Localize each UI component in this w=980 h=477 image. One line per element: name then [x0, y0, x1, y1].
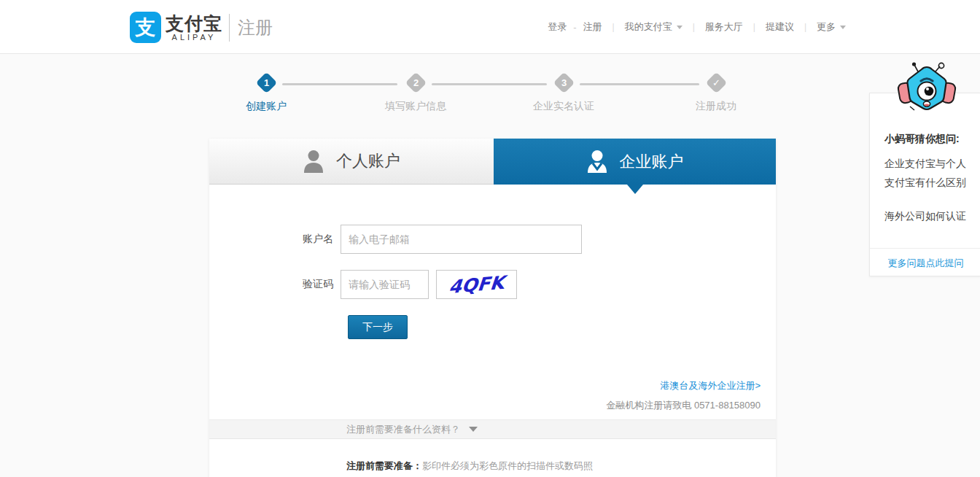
header: 支 支付宝 ALIPAY 注册 登录 - 注册 | 我的支付宝 | 服务大厅 |…	[0, 0, 980, 54]
captcha-text: 4QFK	[448, 271, 505, 297]
alipay-logo[interactable]: 支 支付宝 ALIPAY 注册	[130, 12, 273, 43]
brand-text: 支付宝 ALIPAY	[166, 14, 222, 42]
nav-separator: |	[753, 22, 755, 32]
step-3-marker: 3	[553, 72, 575, 94]
prep-question: 注册前需要准备什么资料？	[346, 423, 460, 436]
nav-separator: |	[804, 22, 806, 32]
step-label: 创建账户	[222, 100, 310, 113]
top-nav: 登录 - 注册 | 我的支付宝 | 服务大厅 | 提建议 | 更多	[548, 0, 846, 54]
prep-materials-toggle[interactable]: 注册前需要准备什么资料？	[209, 419, 776, 439]
finance-contact-note: 金融机构注册请致电 0571-88158090	[606, 399, 761, 412]
step-fill-info: 2 填写账户信息	[372, 73, 459, 113]
person-icon	[303, 150, 324, 174]
page-title: 注册	[238, 16, 273, 39]
helper-question-overseas[interactable]: 海外公司如何认证	[884, 206, 972, 225]
nav-register[interactable]: 注册	[583, 20, 602, 34]
brand-subtitle: ALIPAY	[166, 33, 222, 42]
step-success: ✓ 注册成功	[672, 73, 760, 113]
helper-more-link[interactable]: 更多问题点此提问	[870, 257, 980, 270]
nav-suggestion[interactable]: 提建议	[766, 20, 794, 34]
captcha-row: 验证码 4QFK	[209, 270, 517, 299]
nav-dash: -	[573, 22, 576, 33]
tab-label: 企业账户	[620, 151, 684, 173]
alipay-logo-icon: 支	[130, 12, 161, 43]
helper-divider	[870, 248, 980, 249]
step-label: 注册成功	[672, 100, 760, 113]
progress-steps: 1 创建账户 2 填写账户信息 3 企业实名认证 ✓ 注册成功	[209, 73, 776, 120]
next-step-button[interactable]: 下一步	[348, 315, 408, 339]
register-panel: 个人账户 企业账户 账户名 验证码 4QFK 下一步 港澳台及海外企业注册> 金…	[209, 139, 776, 477]
nav-separator: |	[612, 22, 615, 32]
helper-question-difference[interactable]: 企业支付宝与个人支付宝有什么区别	[884, 154, 972, 192]
tab-enterprise-account[interactable]: 企业账户	[494, 139, 776, 185]
step-1-marker: 1	[255, 72, 277, 94]
helper-title: 小蚂哥猜你想问:	[884, 133, 960, 146]
account-row: 账户名	[209, 225, 582, 254]
tab-personal-account[interactable]: 个人账户	[209, 139, 494, 185]
mascot-robot-icon	[897, 61, 957, 124]
account-input[interactable]	[341, 225, 582, 254]
step-verify-enterprise: 3 企业实名认证	[520, 73, 607, 113]
account-label: 账户名	[209, 233, 341, 246]
chevron-down-icon	[840, 26, 846, 29]
nav-my-alipay[interactable]: 我的支付宝	[625, 20, 672, 34]
triangle-down-icon	[469, 427, 478, 432]
check-icon: ✓	[705, 72, 727, 94]
step-label: 填写账户信息	[372, 100, 459, 113]
captcha-input[interactable]	[341, 270, 429, 299]
nav-separator: |	[693, 22, 695, 32]
nav-service-hall[interactable]: 服务大厅	[705, 20, 743, 34]
step-2-marker: 2	[405, 72, 427, 94]
captcha-image[interactable]: 4QFK	[436, 270, 517, 299]
prep-note-label: 注册前需要准备：	[346, 460, 422, 471]
active-tab-pointer	[627, 185, 643, 194]
prep-note-text: 影印件必须为彩色原件的扫描件或数码照	[422, 460, 593, 471]
brand-name: 支付宝	[166, 14, 222, 33]
nav-more[interactable]: 更多	[817, 20, 836, 34]
logo-divider	[229, 14, 230, 42]
nav-login[interactable]: 登录	[548, 20, 567, 34]
tab-label: 个人账户	[336, 150, 400, 172]
captcha-label: 验证码	[209, 278, 341, 291]
overseas-register-link[interactable]: 港澳台及海外企业注册>	[660, 379, 761, 392]
chevron-down-icon	[677, 26, 682, 29]
business-person-icon	[586, 150, 608, 174]
prep-note: 注册前需要准备：影印件必须为彩色原件的扫描件或数码照	[346, 459, 593, 473]
step-label: 企业实名认证	[520, 100, 607, 113]
step-create-account: 1 创建账户	[222, 73, 310, 113]
